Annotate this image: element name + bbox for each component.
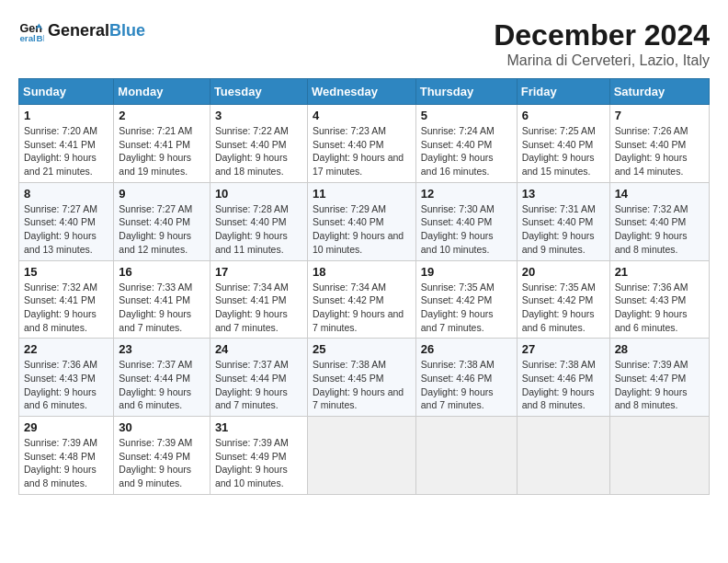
table-row: 18 Sunrise: 7:34 AM Sunset: 4:42 PM Dayl… [307, 260, 415, 339]
table-row: 23 Sunrise: 7:37 AM Sunset: 4:44 PM Dayl… [114, 339, 210, 417]
table-row: 14 Sunrise: 7:32 AM Sunset: 4:40 PM Dayl… [609, 182, 709, 260]
day-number: 11 [313, 187, 411, 201]
day-info: Sunrise: 7:20 AM Sunset: 4:41 PM Dayligh… [24, 124, 108, 178]
day-info: Sunrise: 7:25 AM Sunset: 4:40 PM Dayligh… [522, 124, 605, 178]
day-number: 27 [522, 342, 605, 356]
day-info: Sunrise: 7:27 AM Sunset: 4:40 PM Dayligh… [119, 202, 205, 257]
day-info: Sunrise: 7:35 AM Sunset: 4:42 PM Dayligh… [522, 281, 605, 335]
table-row: 29 Sunrise: 7:39 AM Sunset: 4:48 PM Dayl… [19, 417, 114, 495]
calendar-title: December 2024 [494, 18, 710, 52]
table-row: 2 Sunrise: 7:21 AM Sunset: 4:41 PM Dayli… [114, 105, 210, 183]
day-info: Sunrise: 7:34 AM Sunset: 4:42 PM Dayligh… [313, 281, 411, 335]
day-info: Sunrise: 7:39 AM Sunset: 4:48 PM Dayligh… [24, 436, 108, 490]
calendar-subtitle: Marina di Cerveteri, Lazio, Italy [494, 52, 710, 69]
day-number: 17 [215, 265, 302, 279]
day-number: 25 [313, 342, 411, 356]
table-row: 11 Sunrise: 7:29 AM Sunset: 4:40 PM Dayl… [307, 182, 415, 260]
day-number: 8 [24, 187, 108, 201]
day-number: 31 [215, 420, 302, 434]
table-row: 21 Sunrise: 7:36 AM Sunset: 4:43 PM Dayl… [609, 260, 709, 339]
day-info: Sunrise: 7:39 AM Sunset: 4:47 PM Dayligh… [615, 358, 704, 412]
table-row: 6 Sunrise: 7:25 AM Sunset: 4:40 PM Dayli… [517, 105, 609, 183]
day-info: Sunrise: 7:27 AM Sunset: 4:40 PM Dayligh… [24, 202, 108, 257]
table-row: 12 Sunrise: 7:30 AM Sunset: 4:40 PM Dayl… [415, 182, 517, 260]
table-row: 28 Sunrise: 7:39 AM Sunset: 4:47 PM Dayl… [609, 339, 709, 417]
table-row: 3 Sunrise: 7:22 AM Sunset: 4:40 PM Dayli… [210, 105, 307, 183]
day-number: 16 [119, 265, 205, 279]
day-number: 12 [421, 187, 512, 201]
table-row: 9 Sunrise: 7:27 AM Sunset: 4:40 PM Dayli… [114, 182, 210, 260]
logo-line1: General [48, 21, 109, 40]
col-monday: Monday [114, 79, 210, 105]
table-row: 8 Sunrise: 7:27 AM Sunset: 4:40 PM Dayli… [19, 182, 114, 260]
day-number: 19 [421, 265, 512, 279]
page-header: Gen eral Blue GeneralBlue December 2024 … [18, 18, 710, 69]
table-row: 4 Sunrise: 7:23 AM Sunset: 4:40 PM Dayli… [307, 105, 415, 183]
day-number: 6 [522, 109, 605, 122]
table-row: 20 Sunrise: 7:35 AM Sunset: 4:42 PM Dayl… [517, 260, 609, 339]
col-friday: Friday [517, 79, 609, 105]
col-thursday: Thursday [415, 79, 517, 105]
day-info: Sunrise: 7:38 AM Sunset: 4:46 PM Dayligh… [522, 358, 605, 412]
day-number: 1 [24, 109, 108, 122]
day-info: Sunrise: 7:34 AM Sunset: 4:41 PM Dayligh… [215, 281, 302, 335]
table-row: 26 Sunrise: 7:38 AM Sunset: 4:46 PM Dayl… [415, 339, 517, 417]
day-number: 29 [24, 420, 108, 434]
svg-text:Blue: Blue [37, 33, 44, 43]
table-row: 7 Sunrise: 7:26 AM Sunset: 4:40 PM Dayli… [609, 105, 709, 183]
table-row: 17 Sunrise: 7:34 AM Sunset: 4:41 PM Dayl… [210, 260, 307, 339]
calendar-table: Sunday Monday Tuesday Wednesday Thursday… [18, 78, 710, 495]
day-info: Sunrise: 7:32 AM Sunset: 4:40 PM Dayligh… [615, 202, 704, 257]
day-number: 15 [24, 265, 108, 279]
day-number: 2 [119, 109, 205, 122]
header-row: Sunday Monday Tuesday Wednesday Thursday… [19, 79, 710, 105]
day-number: 4 [313, 109, 411, 122]
day-number: 9 [119, 187, 205, 201]
table-row: 1 Sunrise: 7:20 AM Sunset: 4:41 PM Dayli… [19, 105, 114, 183]
day-number: 13 [522, 187, 605, 201]
day-number: 7 [615, 109, 704, 122]
day-info: Sunrise: 7:33 AM Sunset: 4:41 PM Dayligh… [119, 281, 205, 335]
table-row [609, 417, 709, 495]
table-row: 30 Sunrise: 7:39 AM Sunset: 4:49 PM Dayl… [114, 417, 210, 495]
table-row: 24 Sunrise: 7:37 AM Sunset: 4:44 PM Dayl… [210, 339, 307, 417]
col-sunday: Sunday [19, 79, 114, 105]
day-info: Sunrise: 7:39 AM Sunset: 4:49 PM Dayligh… [215, 436, 302, 490]
day-number: 5 [421, 109, 512, 122]
day-info: Sunrise: 7:37 AM Sunset: 4:44 PM Dayligh… [215, 358, 302, 412]
table-row: 15 Sunrise: 7:32 AM Sunset: 4:41 PM Dayl… [19, 260, 114, 339]
table-row [307, 417, 415, 495]
day-info: Sunrise: 7:24 AM Sunset: 4:40 PM Dayligh… [421, 124, 512, 178]
logo: Gen eral Blue GeneralBlue [18, 18, 145, 44]
day-info: Sunrise: 7:22 AM Sunset: 4:40 PM Dayligh… [215, 124, 302, 178]
day-info: Sunrise: 7:37 AM Sunset: 4:44 PM Dayligh… [119, 358, 205, 412]
day-info: Sunrise: 7:35 AM Sunset: 4:42 PM Dayligh… [421, 281, 512, 335]
day-info: Sunrise: 7:28 AM Sunset: 4:40 PM Dayligh… [215, 202, 302, 257]
table-row: 5 Sunrise: 7:24 AM Sunset: 4:40 PM Dayli… [415, 105, 517, 183]
day-info: Sunrise: 7:29 AM Sunset: 4:40 PM Dayligh… [313, 202, 411, 257]
table-row: 22 Sunrise: 7:36 AM Sunset: 4:43 PM Dayl… [19, 339, 114, 417]
day-info: Sunrise: 7:39 AM Sunset: 4:49 PM Dayligh… [119, 436, 205, 490]
col-wednesday: Wednesday [307, 79, 415, 105]
day-number: 28 [615, 342, 704, 356]
day-info: Sunrise: 7:36 AM Sunset: 4:43 PM Dayligh… [615, 281, 704, 335]
table-row: 10 Sunrise: 7:28 AM Sunset: 4:40 PM Dayl… [210, 182, 307, 260]
day-number: 26 [421, 342, 512, 356]
col-saturday: Saturday [609, 79, 709, 105]
table-row: 16 Sunrise: 7:33 AM Sunset: 4:41 PM Dayl… [114, 260, 210, 339]
day-info: Sunrise: 7:21 AM Sunset: 4:41 PM Dayligh… [119, 124, 205, 178]
day-number: 24 [215, 342, 302, 356]
day-info: Sunrise: 7:32 AM Sunset: 4:41 PM Dayligh… [24, 281, 108, 335]
table-row [415, 417, 517, 495]
day-number: 23 [119, 342, 205, 356]
day-info: Sunrise: 7:31 AM Sunset: 4:40 PM Dayligh… [522, 202, 605, 257]
day-info: Sunrise: 7:30 AM Sunset: 4:40 PM Dayligh… [421, 202, 512, 257]
table-row: 31 Sunrise: 7:39 AM Sunset: 4:49 PM Dayl… [210, 417, 307, 495]
svg-text:eral: eral [19, 33, 36, 43]
table-row [517, 417, 609, 495]
day-info: Sunrise: 7:26 AM Sunset: 4:40 PM Dayligh… [615, 124, 704, 178]
day-number: 14 [615, 187, 704, 201]
day-number: 30 [119, 420, 205, 434]
day-info: Sunrise: 7:38 AM Sunset: 4:46 PM Dayligh… [421, 358, 512, 412]
day-number: 3 [215, 109, 302, 122]
